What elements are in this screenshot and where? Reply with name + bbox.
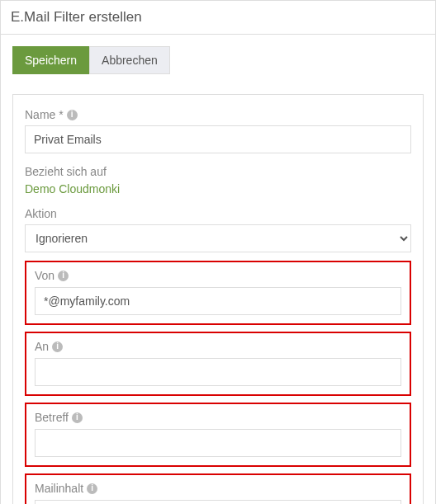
subject-input[interactable] [35, 429, 401, 457]
info-icon[interactable]: i [72, 412, 83, 423]
body-box: Mailinhalt i [25, 473, 411, 504]
action-select[interactable]: Ignorieren [25, 224, 411, 252]
email-filter-panel: E.Mail Filter erstellen Speichern Abbrec… [0, 0, 436, 504]
subject-label-text: Betreff [35, 411, 69, 424]
refers-label: Bezieht sich auf [25, 165, 411, 178]
page-title: E.Mail Filter erstellen [1, 1, 435, 35]
info-icon[interactable]: i [58, 271, 69, 281]
body-input[interactable] [35, 500, 401, 504]
body-label-text: Mailinhalt [35, 482, 83, 495]
form-card: Name * i Bezieht sich auf Demo Cloudmonk… [12, 94, 424, 504]
body-label: Mailinhalt i [35, 482, 401, 495]
from-label-text: Von [35, 269, 54, 282]
from-input[interactable] [35, 287, 401, 315]
info-icon[interactable]: i [67, 110, 78, 120]
from-box: Von i [25, 261, 411, 325]
to-box: An i [25, 332, 411, 396]
info-icon[interactable]: i [87, 483, 97, 494]
name-input[interactable] [25, 125, 411, 153]
button-row: Speichern Abbrechen [12, 46, 424, 74]
to-input[interactable] [35, 358, 401, 386]
to-label-text: An [35, 340, 49, 353]
to-label: An i [35, 340, 401, 353]
criteria-stack: Von i An i Betreff i [25, 261, 411, 504]
save-button[interactable]: Speichern [12, 46, 89, 74]
name-group: Name * i [25, 108, 411, 153]
subject-box: Betreff i [25, 403, 411, 467]
action-label: Aktion [25, 207, 411, 220]
subject-label: Betreff i [35, 411, 401, 424]
info-icon[interactable]: i [52, 341, 63, 352]
panel-body: Speichern Abbrechen Name * i Bezieht sic… [1, 35, 435, 504]
from-label: Von i [35, 269, 401, 282]
action-group: Aktion Ignorieren [25, 207, 411, 252]
refers-group: Bezieht sich auf Demo Cloudmonki [25, 165, 411, 195]
cancel-button[interactable]: Abbrechen [89, 46, 170, 74]
refers-value[interactable]: Demo Cloudmonki [25, 182, 411, 195]
name-label-text: Name * [25, 108, 64, 121]
name-label: Name * i [25, 108, 411, 121]
